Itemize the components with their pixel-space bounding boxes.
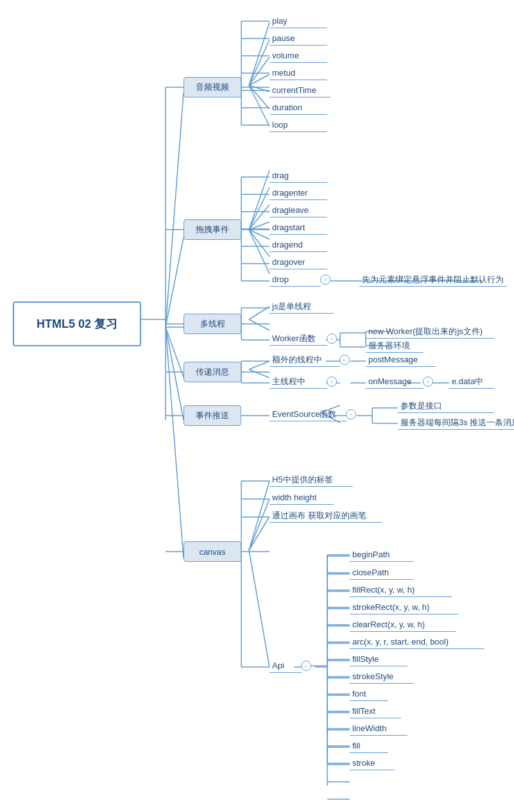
main-circle: −	[327, 376, 337, 387]
svg-line-15	[249, 230, 270, 274]
leaf-closepath: closePath	[350, 566, 414, 580]
svg-line-21	[249, 369, 270, 378]
leaf-width-height: width height	[270, 491, 334, 505]
leaf-edata: e.data中	[449, 375, 494, 389]
category-canvas: canvas	[184, 541, 241, 562]
leaf-fill: fill	[350, 739, 388, 753]
leaf-fillrect: fillRect(x, y, w, h)	[350, 583, 452, 597]
leaf-strokestyle: strokeStyle	[350, 670, 414, 684]
svg-line-20	[249, 361, 270, 369]
leaf-fillstyle: fillStyle	[350, 652, 407, 666]
category-multithread: 多线程	[184, 314, 241, 334]
leaf-canvas-context: 通过画布 获取对应的画笔	[270, 509, 382, 523]
svg-line-10	[249, 187, 270, 230]
category-drag: 拖拽事件	[184, 219, 241, 240]
leaf-extra-thread: 额外的线程中	[270, 353, 340, 367]
leaf-volume: volume	[270, 49, 327, 63]
svg-line-6	[249, 85, 270, 109]
leaf-drop-note: 先为元素绑定悬浮事件并阻止默认行为	[359, 273, 507, 287]
category-event-push: 事件推送	[184, 405, 241, 426]
svg-line-18	[249, 319, 270, 330]
leaf-linewidth: lineWidth	[350, 722, 407, 736]
leaf-worker-new: new Worker(提取出来的js文件)	[366, 325, 494, 339]
leaf-onmessage: onMessage	[366, 375, 424, 389]
leaf-eventsource: EventSource函数	[270, 407, 347, 421]
leaf-font: font	[350, 687, 388, 701]
worker-circle: −	[327, 334, 337, 344]
leaf-dragend: dragend	[270, 238, 327, 252]
api-circle: −	[301, 661, 311, 671]
leaf-play: play	[270, 14, 327, 28]
svg-line-3	[249, 57, 270, 85]
svg-line-19	[166, 327, 184, 377]
leaf-filltext: fillText	[350, 704, 401, 718]
svg-line-11	[249, 205, 270, 230]
svg-line-9	[249, 170, 270, 230]
leaf-worker: Worker函数	[270, 332, 327, 346]
leaf-loop: loop	[270, 118, 327, 132]
svg-line-2	[249, 40, 270, 85]
onmessage-circle: −	[423, 376, 433, 387]
leaf-currenttime: currentTime	[270, 83, 330, 97]
leaf-arc: arc(x, y, r, start, end, bool)	[350, 635, 484, 649]
svg-line-5	[249, 85, 270, 92]
leaf-h5-tag: H5中提供的标签	[270, 473, 353, 487]
svg-line-17	[249, 307, 270, 319]
leaf-main-thread: 主线程中	[270, 375, 327, 389]
svg-line-27	[249, 499, 270, 550]
svg-line-26	[249, 481, 270, 550]
svg-line-25	[166, 327, 184, 558]
leaf-worker-server: 服务器环境	[366, 339, 424, 353]
leaf-clearrect: clearRect(x, y, w, h)	[350, 618, 456, 632]
leaf-pause: pause	[270, 31, 327, 46]
leaf-dragstart: dragstart	[270, 221, 327, 235]
leaf-beginpath: beginPath	[350, 548, 414, 562]
leaf-drop: drop	[270, 273, 321, 287]
svg-line-4	[249, 74, 270, 85]
svg-line-29	[249, 550, 270, 667]
leaf-event-note1: 参数是接口	[398, 399, 494, 413]
leaf-dragenter: dragenter	[270, 186, 327, 200]
svg-line-7	[249, 85, 270, 126]
category-audio-video: 音频视频	[184, 77, 241, 97]
svg-line-0	[166, 93, 184, 327]
svg-line-13	[249, 230, 270, 239]
leaf-api-label: Api	[270, 659, 302, 673]
leaf-js-single: js是单线程	[270, 300, 334, 314]
leaf-dragleave: dragleave	[270, 203, 327, 217]
leaf-dragover: dragover	[270, 255, 327, 269]
leaf-metud: metud	[270, 66, 327, 80]
mindmap-container: HTML5 02 复习 音频视频 play pause volume metud…	[0, 0, 514, 812]
leaf-postmessage: postMessage	[366, 353, 436, 367]
leaf-strokerect: strokeRect(x, y, w, h)	[350, 600, 459, 614]
svg-line-14	[249, 230, 270, 257]
drop-circle: −	[320, 275, 330, 285]
svg-line-1	[249, 22, 270, 85]
leaf-event-note2: 服务器端每间隔3s 推送一条消息	[398, 416, 514, 430]
leaf-drag: drag	[270, 169, 327, 183]
extra-circle: −	[339, 355, 350, 365]
svg-line-12	[249, 222, 270, 230]
eventsource-circle: −	[346, 409, 356, 419]
svg-line-8	[166, 237, 184, 327]
leaf-duration: duration	[270, 101, 327, 115]
leaf-stroke: stroke	[350, 756, 395, 770]
category-message: 传递消息	[184, 362, 241, 382]
svg-line-28	[249, 516, 270, 550]
root-node: HTML5 02 复习	[13, 301, 141, 346]
svg-line-22	[166, 327, 184, 420]
